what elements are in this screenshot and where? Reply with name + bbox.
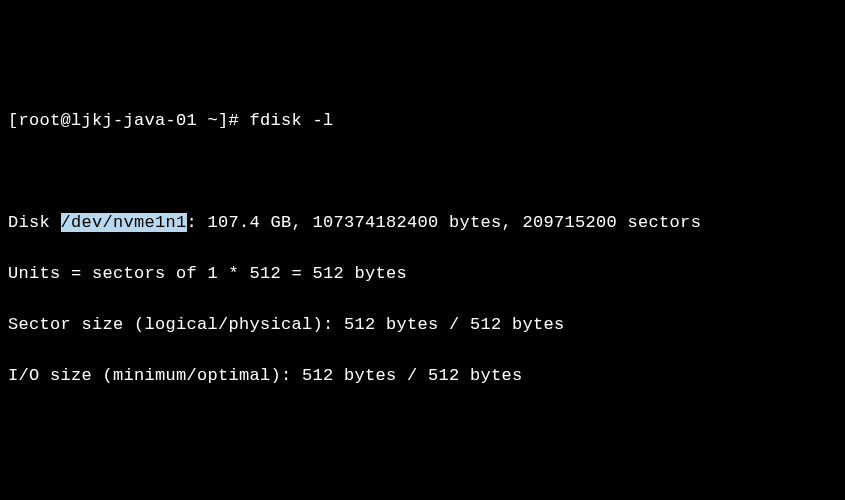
blank-line bbox=[8, 465, 837, 491]
disk1-units: Units = sectors of 1 * 512 = 512 bytes bbox=[8, 261, 837, 287]
blank-line bbox=[8, 414, 837, 440]
disk1-sector-size: Sector size (logical/physical): 512 byte… bbox=[8, 312, 837, 338]
prompt-line: [root@ljkj-java-01 ~]# fdisk -l bbox=[8, 108, 837, 134]
disk1-header: Disk /dev/nvme1n1: 107.4 GB, 10737418240… bbox=[8, 210, 837, 236]
disk1-device-highlighted[interactable]: /dev/nvme1n1 bbox=[61, 213, 187, 232]
disk1-after: : 107.4 GB, 107374182400 bytes, 20971520… bbox=[187, 213, 702, 232]
disk1-prefix: Disk bbox=[8, 213, 61, 232]
blank-line bbox=[8, 159, 837, 185]
command-text: fdisk -l bbox=[250, 111, 334, 130]
shell-prompt: [root@ljkj-java-01 ~]# bbox=[8, 111, 239, 130]
disk1-io-size: I/O size (minimum/optimal): 512 bytes / … bbox=[8, 363, 837, 389]
